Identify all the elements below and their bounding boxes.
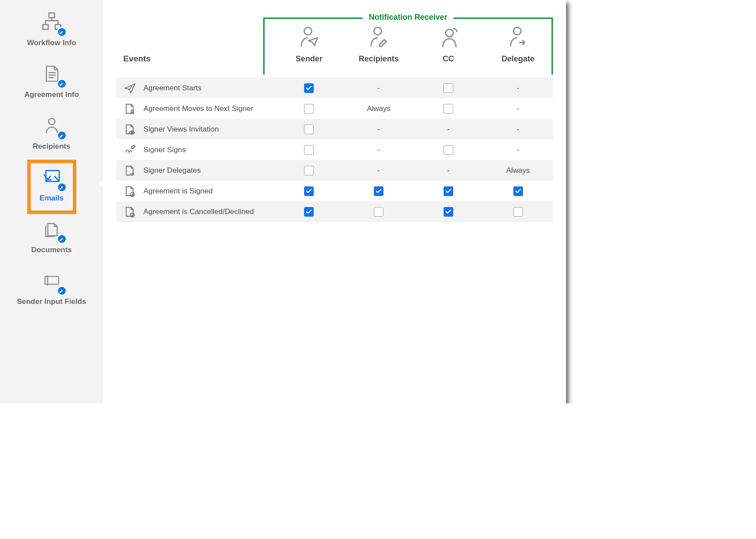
- cell: [483, 207, 553, 217]
- recipients-icon: [39, 112, 65, 139]
- workflow-info-icon: [39, 9, 65, 35]
- sidebar: Workflow Info Agreement Info Recipients …: [0, 0, 103, 403]
- cell: [274, 207, 344, 217]
- doc-eye-icon: [123, 123, 136, 136]
- sidebar-item-label: Sender Input Fields: [17, 297, 86, 306]
- event-cell: Signer Delegates: [116, 164, 274, 177]
- cell: -: [414, 166, 484, 175]
- event-cell: Agreement is Signed: [116, 185, 274, 198]
- event-label: Signer Delegates: [143, 166, 201, 175]
- event-label: Agreement is Cancelled/Declined: [143, 207, 254, 216]
- event-cell: Agreement Moves to Next Signer: [116, 102, 274, 115]
- cell: [274, 186, 344, 196]
- cell: -: [344, 84, 414, 93]
- sidebar-item-recipients[interactable]: Recipients: [0, 112, 103, 151]
- checkbox[interactable]: [513, 186, 523, 196]
- checkbox[interactable]: [374, 186, 383, 196]
- table-row: Signer Signs--: [116, 139, 553, 160]
- sidebar-item-emails[interactable]: Emails: [0, 164, 103, 203]
- cell: [274, 104, 344, 114]
- cell: -: [483, 125, 553, 134]
- event-label: Signer Views Invitation: [143, 125, 219, 134]
- cell: [414, 207, 484, 217]
- cell: [414, 104, 484, 114]
- event-cell: Agreement is Cancelled/Declined: [116, 205, 274, 218]
- table-row: Agreement Starts--: [116, 78, 553, 98]
- checkbox[interactable]: [304, 166, 314, 175]
- checkbox[interactable]: [304, 83, 314, 93]
- sidebar-item-label: Emails: [39, 194, 64, 203]
- doc-arrow-icon: [123, 164, 136, 177]
- sender-input-fields-icon: [39, 268, 65, 294]
- checkbox[interactable]: [304, 145, 314, 155]
- cell: [344, 207, 414, 217]
- doc-person-icon: [123, 102, 136, 115]
- cell: [414, 83, 484, 93]
- checkbox[interactable]: [513, 207, 523, 217]
- notification-receiver-label: Notification Receiver: [362, 13, 453, 22]
- sidebar-item-sender-input-fields[interactable]: Sender Input Fields: [0, 268, 103, 306]
- agreement-info-icon: [39, 61, 65, 87]
- event-cell: Agreement Starts: [116, 82, 274, 95]
- edit-badge-icon: [57, 182, 67, 192]
- table-row: Signer Delegates--Always: [116, 160, 553, 181]
- sidebar-item-documents[interactable]: Documents: [0, 216, 103, 254]
- cell: -: [483, 84, 553, 93]
- edit-badge-icon: [57, 131, 67, 140]
- checkbox[interactable]: [304, 104, 314, 114]
- sidebar-item-workflow-info[interactable]: Workflow Info: [0, 9, 103, 47]
- checkbox[interactable]: [444, 207, 453, 217]
- events-header: Events: [116, 54, 274, 64]
- sidebar-item-label: Recipients: [33, 142, 71, 151]
- event-label: Agreement is Signed: [143, 187, 213, 196]
- sidebar-item-label: Agreement Info: [24, 90, 79, 99]
- edit-badge-icon: [57, 234, 67, 244]
- cell: [414, 145, 484, 155]
- cell: [274, 83, 344, 93]
- sidebar-item-label: Documents: [31, 246, 72, 254]
- signature-icon: [123, 143, 136, 157]
- app-window: Workflow Info Agreement Info Recipients …: [0, 0, 566, 403]
- edit-badge-icon: [57, 79, 67, 89]
- documents-icon: [39, 216, 65, 242]
- edit-badge-icon: [57, 27, 67, 37]
- table-row: Signer Views Invitation---: [116, 119, 553, 139]
- cell: -: [344, 166, 414, 175]
- emails-icon: [39, 164, 65, 190]
- cell: [274, 145, 344, 155]
- table-row: Agreement is Signed: [116, 181, 553, 201]
- cell: -: [483, 104, 553, 113]
- events-table-body: Agreement Starts--Agreement Moves to Nex…: [116, 78, 553, 222]
- checkbox[interactable]: [374, 207, 383, 217]
- doc-minus-icon: [123, 205, 136, 218]
- cell: Always: [483, 166, 553, 175]
- checkbox[interactable]: [304, 125, 314, 134]
- cell: [483, 186, 553, 196]
- cell: Always: [344, 104, 414, 113]
- cell: -: [344, 125, 414, 134]
- event-label: Signer Signs: [143, 146, 186, 154]
- sidebar-item-label: Workflow Info: [27, 39, 76, 47]
- table-row: Agreement Moves to Next SignerAlways-: [116, 98, 553, 119]
- sidebar-item-agreement-info[interactable]: Agreement Info: [0, 61, 103, 99]
- checkbox[interactable]: [444, 83, 453, 93]
- checkbox[interactable]: [444, 186, 453, 196]
- cell: -: [344, 146, 414, 154]
- checkbox[interactable]: [444, 145, 453, 155]
- checkbox[interactable]: [304, 207, 314, 217]
- cell: -: [414, 125, 484, 134]
- cell: [344, 186, 414, 196]
- cell: [274, 125, 344, 134]
- checkbox[interactable]: [304, 186, 314, 196]
- event-label: Agreement Moves to Next Signer: [143, 104, 253, 113]
- checkbox[interactable]: [444, 104, 453, 114]
- event-cell: Signer Signs: [116, 143, 274, 157]
- edit-badge-icon: [57, 286, 67, 296]
- event-cell: Signer Views Invitation: [116, 123, 274, 136]
- main-panel: Notification Receiver Events Sender Reci…: [103, 0, 566, 403]
- event-label: Agreement Starts: [143, 84, 201, 93]
- cell: [274, 166, 344, 175]
- doc-check-icon: [123, 185, 136, 198]
- send-icon: [123, 82, 136, 95]
- cell: -: [483, 146, 553, 154]
